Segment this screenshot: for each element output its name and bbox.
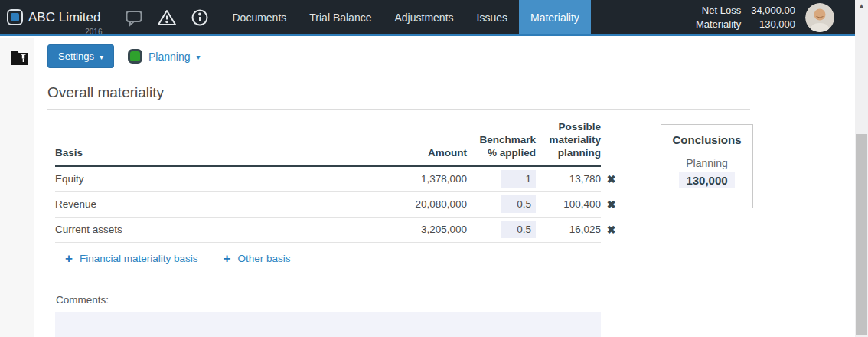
comments-icon[interactable] xyxy=(124,8,144,28)
add-basis-links: + Financial materiality basis + Other ba… xyxy=(65,252,290,265)
materiality-table: Basis Amount Benchmark % applied Possibl… xyxy=(55,121,622,243)
actions-cell: ✖ xyxy=(601,167,622,192)
pinned-folder-icon[interactable] xyxy=(10,47,29,66)
planning-dropdown-label: Planning xyxy=(148,51,191,63)
plus-icon: + xyxy=(224,252,231,265)
plus-icon: + xyxy=(65,252,73,265)
page-title: Overall materiality xyxy=(47,84,750,110)
table-row: Equity 1,378,000 1 13,780 ✖ xyxy=(55,167,622,192)
nav-item-materiality[interactable]: Materiality xyxy=(519,0,591,34)
col-header-actions xyxy=(601,162,622,167)
conclusions-title: Conclusions xyxy=(661,133,752,146)
company-name: ABC Limited xyxy=(28,10,100,25)
add-link-label: Other basis xyxy=(237,253,290,264)
basis-cell: Current assets xyxy=(55,218,300,243)
comments-input[interactable] xyxy=(55,312,601,337)
left-sidebar-rail xyxy=(0,38,34,337)
warning-icon[interactable] xyxy=(157,8,177,28)
conclusions-planning-value: 130,000 xyxy=(679,172,734,188)
col-header-amount: Amount xyxy=(300,147,467,167)
app-window: ABC Limited 2016 xyxy=(0,0,868,337)
possible-cell: 100,400 xyxy=(536,192,601,218)
table-row: Revenue 20,080,000 0.5 100,400 ✖ xyxy=(55,192,622,218)
user-avatar[interactable] xyxy=(805,3,834,32)
amount-cell: 3,205,000 xyxy=(300,218,467,243)
benchmark-cell: 0.5 xyxy=(467,218,536,243)
vertical-scrollbar[interactable]: ▲ xyxy=(855,0,868,337)
possible-cell: 13,780 xyxy=(536,167,601,192)
logo-inner-square xyxy=(11,13,19,21)
col-header-benchmark: Benchmark % applied xyxy=(467,134,536,167)
conclusions-planning-label: Planning xyxy=(661,157,752,169)
col-header-amount-text: Amount xyxy=(428,147,467,160)
settings-button[interactable]: Settings ▾ xyxy=(47,44,114,68)
benchmark-input[interactable]: 1 xyxy=(501,170,536,188)
nav-item-documents[interactable]: Documents xyxy=(220,0,298,34)
col-header-basis: Basis xyxy=(55,147,300,167)
engagement-year: 2016 xyxy=(85,28,102,36)
engagement-stats: Net Loss 34,000.00 Materiality 130,000 xyxy=(696,5,795,30)
navbar-right: Net Loss 34,000.00 Materiality 130,000 xyxy=(696,3,834,32)
stat-label: Materiality xyxy=(696,18,741,30)
top-navbar: ABC Limited 2016 xyxy=(0,0,868,36)
scrollbar-up-arrow[interactable]: ▲ xyxy=(855,2,868,9)
table-row: Current assets 3,205,000 0.5 16,025 ✖ xyxy=(55,218,622,243)
col-header-possible: Possible materiality planning xyxy=(536,121,601,167)
delete-row-button[interactable]: ✖ xyxy=(607,199,616,210)
navbar-icon-group xyxy=(124,8,210,28)
amount-cell: 20,080,000 xyxy=(300,192,467,218)
settings-button-label: Settings xyxy=(58,51,94,62)
benchmark-cell: 0.5 xyxy=(467,192,536,218)
delete-row-button[interactable]: ✖ xyxy=(607,174,616,185)
scrollbar-thumb[interactable] xyxy=(856,134,867,335)
conclusions-panel: Conclusions Planning 130,000 xyxy=(661,124,753,208)
planning-dropdown[interactable]: Planning ▾ xyxy=(128,49,201,64)
delete-row-button[interactable]: ✖ xyxy=(607,224,616,235)
add-financial-materiality-basis-link[interactable]: + Financial materiality basis xyxy=(65,252,198,265)
basis-cell: Equity xyxy=(55,167,300,192)
col-header-possible-text: Possible materiality planning xyxy=(541,121,601,160)
actions-cell: ✖ xyxy=(601,218,622,243)
nav-item-adjustments[interactable]: Adjustments xyxy=(383,0,465,34)
company-selector[interactable]: ABC Limited 2016 xyxy=(28,10,103,25)
chevron-down-icon: ▾ xyxy=(197,54,201,61)
benchmark-input[interactable]: 0.5 xyxy=(501,195,536,213)
company-logo-icon[interactable] xyxy=(7,9,23,25)
actions-cell: ✖ xyxy=(601,192,622,218)
materiality-toolbar: Settings ▾ Planning ▾ xyxy=(47,44,201,68)
benchmark-input[interactable]: 0.5 xyxy=(501,221,536,238)
col-header-benchmark-text: Benchmark % applied xyxy=(476,134,536,160)
add-other-basis-link[interactable]: + Other basis xyxy=(224,252,291,265)
comments-label: Comments: xyxy=(56,294,109,306)
planning-status-icon xyxy=(128,49,142,64)
table-header-row: Basis Amount Benchmark % applied Possibl… xyxy=(55,121,622,167)
add-link-label: Financial materiality basis xyxy=(80,253,198,264)
stat-value: 34,000.00 xyxy=(751,5,795,16)
info-icon[interactable] xyxy=(190,8,210,28)
stat-label: Net Loss xyxy=(696,5,741,16)
chevron-down-icon: ▾ xyxy=(100,54,103,61)
nav-item-trial-balance[interactable]: Trial Balance xyxy=(298,0,383,34)
possible-cell: 16,025 xyxy=(536,218,601,243)
nav-item-issues[interactable]: Issues xyxy=(465,0,519,34)
benchmark-cell: 1 xyxy=(467,167,536,192)
basis-cell: Revenue xyxy=(55,192,300,218)
stat-value: 130,000 xyxy=(751,18,795,30)
amount-cell: 1,378,000 xyxy=(300,167,467,192)
main-nav: Documents Trial Balance Adjustments Issu… xyxy=(220,0,590,34)
